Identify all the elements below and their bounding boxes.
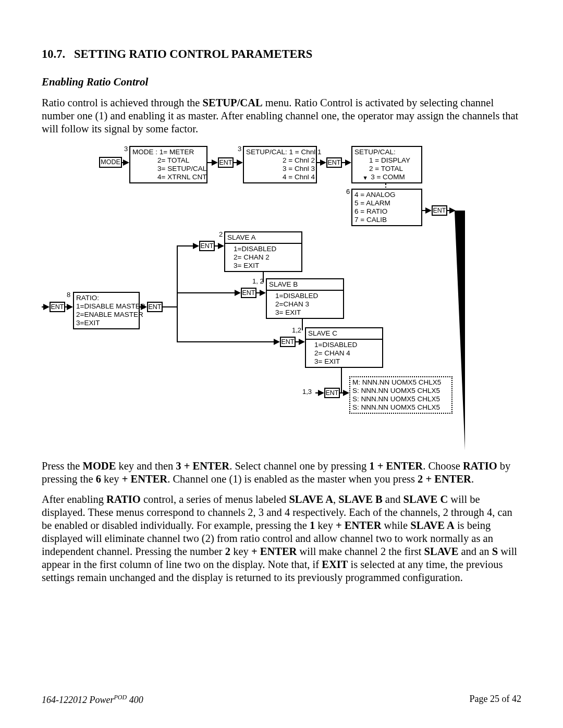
menu-item: 3 = Chnl 3 bbox=[246, 165, 314, 173]
menu-name: SETUP/CAL bbox=[203, 97, 263, 108]
section-title: SETTING RATIO CONTROL PARAMETERS bbox=[74, 47, 312, 60]
menu-title: SETUP/CAL: bbox=[354, 148, 419, 156]
menu-step-number: 3 bbox=[124, 145, 128, 153]
enter-button[interactable]: ENT bbox=[432, 205, 447, 216]
menu-title: MODE : bbox=[132, 148, 157, 156]
footer-left: 164-122012 PowerPOD 400 bbox=[42, 694, 143, 706]
menu-title: SLAVE B bbox=[267, 279, 343, 291]
mode-menu[interactable]: MODE : 1= METER 2= TOTAL 3= SETUP/CAL 4=… bbox=[129, 146, 207, 183]
menu-item: 3=EXIT bbox=[76, 319, 137, 327]
menu-item: 3= SETUP/CAL bbox=[132, 165, 204, 173]
menu-item: 7 = CALIB bbox=[354, 216, 419, 224]
menu-item: 4= XTRNL CNT bbox=[132, 173, 204, 181]
enter-button[interactable]: ENT bbox=[199, 241, 215, 251]
instructions-paragraph-1: Press the MODE key and then 3 + ENTER. S… bbox=[42, 460, 521, 486]
ratio-menu[interactable]: RATIO: 1=DISABLE MASTER 2=ENABLE MASTER … bbox=[73, 292, 140, 329]
menu-flow-diagram: MODE MODE : 1= METER 2= TOTAL 3= SETUP/C… bbox=[42, 143, 521, 450]
menu-item: 1= METER bbox=[160, 148, 194, 156]
menu-item: 1 = Chnl 1 bbox=[289, 148, 322, 156]
menu-item: 1=DISABLE MASTER bbox=[76, 302, 137, 311]
page-footer: 164-122012 PowerPOD 400 Page 25 of 42 bbox=[42, 694, 521, 706]
enter-button[interactable]: ENT bbox=[326, 157, 342, 168]
section-subtitle: Enabling Ratio Control bbox=[42, 76, 521, 89]
menu-step-number: 1,2 bbox=[292, 326, 301, 335]
menu-item: 1=DISABLED bbox=[308, 341, 380, 349]
enter-button[interactable]: ENT bbox=[218, 157, 234, 168]
footer-right: Page 25 of 42 bbox=[470, 694, 521, 706]
menu-item: 2= CHAN 2 bbox=[227, 253, 299, 262]
menu-step-number: 1, 2 bbox=[252, 277, 264, 286]
mode-button[interactable]: MODE bbox=[99, 157, 122, 168]
menu-item: 6 = RATIO bbox=[354, 207, 419, 216]
display-line: S: NNN.NN UOMX5 CHLX5 bbox=[352, 395, 449, 403]
menu-item: 2= TOTAL bbox=[132, 156, 204, 165]
menu-item: 2=ENABLE MASTER bbox=[76, 311, 137, 319]
instructions-paragraph-2: After enabling RATIO control, a series o… bbox=[42, 493, 521, 584]
enter-button[interactable]: ENT bbox=[241, 288, 256, 298]
menu-item: 1=DISABLED bbox=[269, 292, 341, 300]
menu-item: ▼ 3 = COMM bbox=[354, 173, 419, 181]
slave-c-menu[interactable]: SLAVE C 1=DISABLED 2= CHAN 4 3= EXIT bbox=[305, 327, 383, 368]
menu-step-number: 8 bbox=[67, 291, 70, 299]
menu-item: 3= EXIT bbox=[227, 262, 299, 270]
menu-title: SETUP/CAL: bbox=[246, 148, 287, 156]
intro-paragraph: Ratio control is achieved through the SE… bbox=[42, 96, 521, 135]
display-line: S: NNN.NN UOMX5 CHLX5 bbox=[352, 403, 449, 412]
menu-step-number: 2 bbox=[219, 230, 223, 239]
menu-item: 3= EXIT bbox=[269, 309, 341, 317]
menu-title: RATIO: bbox=[76, 294, 137, 302]
page: 10.7. SETTING RATIO CONTROL PARAMETERS E… bbox=[0, 0, 563, 728]
menu-title: SLAVE C bbox=[306, 328, 382, 340]
setupcal-options-bottom[interactable]: 4 = ANALOG 5 = ALARM 6 = RATIO 7 = CALIB bbox=[351, 189, 422, 226]
menu-item: 2 = Chnl 2 bbox=[246, 156, 314, 165]
menu-title: SLAVE A bbox=[225, 232, 301, 244]
chevron-down-icon: ▼ bbox=[362, 175, 368, 182]
setupcal-options-top[interactable]: SETUP/CAL: 1 = DISPLAY 2 = TOTAL ▼ 3 = C… bbox=[351, 146, 422, 183]
slave-a-menu[interactable]: SLAVE A 1=DISABLED 2= CHAN 2 3= EXIT bbox=[224, 231, 302, 272]
menu-item: 4 = ANALOG bbox=[354, 191, 419, 199]
enter-button[interactable]: ENT bbox=[50, 302, 65, 312]
section-heading: 10.7. SETTING RATIO CONTROL PARAMETERS bbox=[42, 47, 521, 61]
enter-button[interactable]: ENT bbox=[324, 388, 340, 398]
slave-b-menu[interactable]: SLAVE B 1=DISABLED 2=CHAN 3 3= EXIT bbox=[266, 278, 344, 319]
section-number: 10.7. bbox=[42, 47, 65, 60]
menu-item: 1=DISABLED bbox=[227, 245, 299, 253]
menu-item: 2 = TOTAL bbox=[354, 165, 419, 173]
menu-item: 5 = ALARM bbox=[354, 199, 419, 207]
setupcal-channel-menu[interactable]: SETUP/CAL: 1 = Chnl 1 2 = Chnl 2 3 = Chn… bbox=[243, 146, 317, 183]
menu-item: 1 = DISPLAY bbox=[354, 156, 419, 165]
menu-step-number: 1,3 bbox=[302, 388, 312, 396]
display-readout: M: NNN.NN UOMX5 CHLX5 S: NNN.NN UOMX5 CH… bbox=[349, 376, 452, 414]
menu-step-number: 6 bbox=[346, 188, 350, 196]
menu-item: 3= EXIT bbox=[308, 357, 380, 366]
menu-item: 2=CHAN 3 bbox=[269, 300, 341, 309]
enter-button[interactable]: ENT bbox=[280, 337, 296, 347]
menu-item: 2= CHAN 4 bbox=[308, 349, 380, 357]
menu-item: 4 = Chnl 4 bbox=[246, 173, 314, 181]
menu-step-number: 3 bbox=[238, 145, 241, 153]
intro-text: Ratio control is achieved through the bbox=[42, 97, 203, 108]
display-line: M: NNN.NN UOMX5 CHLX5 bbox=[352, 378, 449, 387]
enter-button[interactable]: ENT bbox=[147, 302, 163, 312]
display-line: S: NNN.NN UOMX5 CHLX5 bbox=[352, 387, 449, 395]
